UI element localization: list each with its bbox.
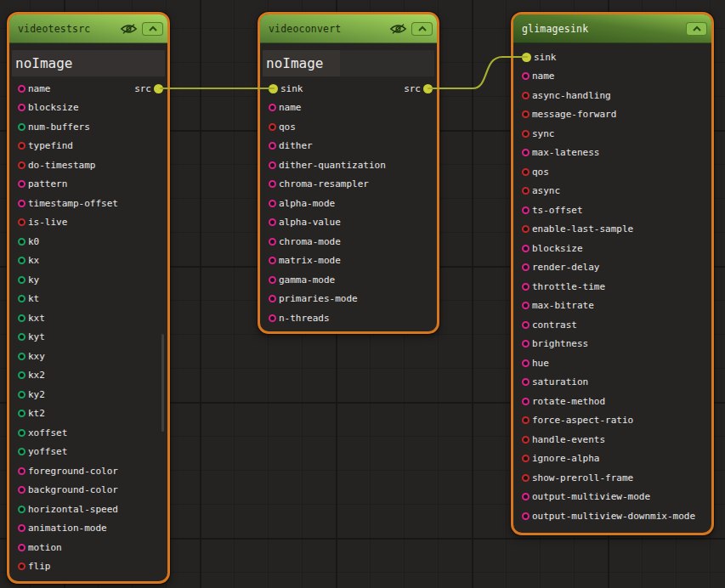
property-row-blocksize[interactable]: blocksize — [9, 99, 167, 118]
property-row-async[interactable]: async — [513, 182, 711, 201]
property-row-matrix-mode[interactable]: matrix-mode — [260, 252, 437, 271]
property-dot[interactable] — [522, 149, 530, 156]
property-dot[interactable] — [522, 263, 530, 271]
property-dot[interactable] — [269, 200, 276, 207]
property-row-hue[interactable]: hue — [513, 353, 711, 373]
property-dot[interactable] — [522, 206, 530, 214]
property-row-sync[interactable]: sync — [513, 124, 711, 144]
property-dot[interactable] — [269, 180, 276, 188]
property-row-async-handling[interactable]: async-handling — [513, 86, 711, 105]
property-row-output-multiview-mode[interactable]: output-multiview-mode — [513, 488, 711, 507]
property-row-max-lateness[interactable]: max-lateness — [513, 144, 711, 163]
property-row-dither[interactable]: dither — [260, 137, 437, 156]
node-glimagesink[interactable]: glimagesink sinknameasync-handlingmessag… — [511, 12, 714, 535]
property-row-ky[interactable]: ky — [9, 270, 167, 290]
property-row-chroma-mode[interactable]: chroma-mode — [260, 232, 437, 252]
property-row-animation-mode[interactable]: animation-mode — [9, 519, 167, 539]
node-videotestsrc[interactable]: videotestsrc noImage namesrcblocksizenum… — [7, 12, 170, 584]
property-dot[interactable] — [269, 161, 276, 169]
property-row-brightness[interactable]: brightness — [513, 335, 711, 354]
property-dot[interactable] — [18, 506, 25, 513]
property-row-saturation[interactable]: saturation — [513, 373, 711, 393]
property-row-name[interactable]: name — [513, 67, 711, 87]
property-dot[interactable] — [18, 563, 25, 570]
property-dot[interactable] — [522, 512, 530, 520]
property-dot[interactable] — [522, 378, 530, 386]
property-row-qos[interactable]: qos — [260, 117, 437, 137]
property-dot[interactable] — [522, 283, 530, 291]
property-dot[interactable] — [18, 85, 25, 93]
property-dot[interactable] — [522, 72, 530, 80]
property-row-throttle-time[interactable]: throttle-time — [513, 277, 711, 297]
property-dot[interactable] — [522, 474, 530, 482]
property-dot[interactable] — [18, 333, 25, 341]
property-row-timestamp-offset[interactable]: timestamp-offset — [9, 194, 167, 213]
pad-sink-dot[interactable] — [522, 53, 531, 62]
property-dot[interactable] — [522, 321, 530, 329]
property-dot[interactable] — [269, 218, 276, 226]
property-dot[interactable] — [269, 295, 276, 302]
property-row-yoffset[interactable]: yoffset — [9, 443, 167, 462]
eye-slash-icon[interactable] — [389, 23, 407, 35]
property-row-max-bitrate[interactable]: max-bitrate — [513, 297, 711, 316]
property-row-blocksize[interactable]: blocksize — [513, 239, 711, 258]
collapse-button[interactable] — [142, 22, 163, 36]
property-row-alpha-mode[interactable]: alpha-mode — [260, 194, 437, 213]
property-dot[interactable] — [522, 130, 530, 138]
collapse-button[interactable] — [411, 22, 433, 36]
property-row-ky2[interactable]: ky2 — [9, 385, 167, 404]
property-dot[interactable] — [18, 467, 25, 475]
property-row-dither-quantization[interactable]: dither-quantization — [260, 155, 437, 175]
property-dot[interactable] — [269, 276, 276, 284]
property-row-pattern[interactable]: pattern — [9, 175, 167, 195]
property-dot[interactable] — [522, 245, 530, 252]
property-row-enable-last-sample[interactable]: enable-last-sample — [513, 220, 711, 240]
property-dot[interactable] — [18, 276, 25, 284]
property-dot[interactable] — [18, 353, 25, 360]
property-dot[interactable] — [18, 257, 25, 264]
property-dot[interactable] — [522, 92, 530, 99]
property-row-foreground-color[interactable]: foreground-color — [9, 461, 167, 481]
node-header[interactable]: videotestsrc — [9, 14, 167, 43]
property-dot[interactable] — [522, 436, 530, 444]
property-dot[interactable] — [18, 524, 25, 532]
property-row-force-aspect-ratio[interactable]: force-aspect-ratio — [513, 411, 711, 431]
property-dot[interactable] — [18, 142, 25, 150]
property-row-ignore-alpha[interactable]: ignore-alpha — [513, 449, 711, 469]
property-row-message-forward[interactable]: message-forward — [513, 105, 711, 125]
property-dot[interactable] — [18, 123, 25, 131]
property-row-output-multiview-downmix-mode[interactable]: output-multiview-downmix-mode — [513, 506, 711, 526]
collapse-button[interactable] — [686, 22, 707, 36]
property-dot[interactable] — [18, 218, 25, 226]
property-dot[interactable] — [18, 161, 25, 169]
property-row-kt[interactable]: kt — [9, 290, 167, 309]
property-row-n-threads[interactable]: n-threads — [260, 308, 437, 328]
property-dot[interactable] — [522, 302, 530, 309]
property-dot[interactable] — [522, 398, 530, 405]
property-dot[interactable] — [18, 429, 25, 437]
pad-row[interactable]: sinksrc — [260, 79, 437, 99]
property-row-typefind[interactable]: typefind — [9, 137, 167, 156]
property-dot[interactable] — [269, 238, 276, 246]
property-dot[interactable] — [522, 225, 530, 233]
property-dot[interactable] — [18, 486, 25, 494]
property-row-num-buffers[interactable]: num-buffers — [9, 117, 167, 137]
property-dot[interactable] — [522, 455, 530, 462]
property-dot[interactable] — [18, 544, 25, 551]
property-dot[interactable] — [522, 110, 530, 118]
property-dot[interactable] — [18, 371, 25, 379]
property-row-is-live[interactable]: is-live — [9, 213, 167, 233]
property-dot[interactable] — [269, 257, 276, 264]
property-dot[interactable] — [522, 187, 530, 195]
scrollbar[interactable] — [161, 334, 164, 432]
property-row-kx[interactable]: kx — [9, 252, 167, 271]
pipeline-canvas[interactable]: videotestsrc noImage namesrcblocksizenum… — [0, 0, 725, 588]
property-dot[interactable] — [269, 314, 276, 322]
property-row-kxy[interactable]: kxy — [9, 347, 167, 366]
property-dot[interactable] — [18, 410, 25, 417]
property-dot[interactable] — [522, 416, 530, 424]
property-row-kxt[interactable]: kxt — [9, 308, 167, 328]
property-dot[interactable] — [18, 295, 25, 302]
property-dot[interactable] — [18, 391, 25, 399]
pad-row[interactable]: sink — [513, 48, 711, 67]
